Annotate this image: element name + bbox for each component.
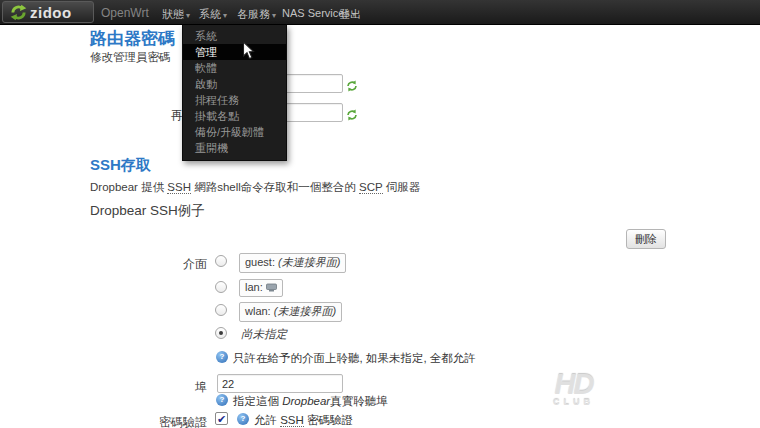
password-auth-hint: 允許 SSH 密碼驗證 <box>254 413 353 428</box>
hd-club-logo: HD CLUB <box>553 371 594 407</box>
reveal-password-icon[interactable] <box>346 107 358 119</box>
section-title-ssh-access: SSH存取 <box>90 156 151 175</box>
help-icon: ? <box>216 394 228 406</box>
menu-item-backup-flash-firmware[interactable]: 備份/升級韌體 <box>183 124 286 140</box>
abbr-ssh: SSH <box>280 414 304 427</box>
dropbear-brand: Dropbear <box>282 395 330 407</box>
ssh-description: Dropbear 提供 SSH 網路shell命令存取和一個整合的 SCP 伺服… <box>90 180 420 195</box>
abbr-scp: SCP <box>359 181 382 194</box>
interface-hint: 只許在給予的介面上聆聽, 如果未指定, 全都允許 <box>233 351 476 366</box>
help-icon: ? <box>216 351 228 363</box>
ethernet-adapter-icon <box>266 282 277 294</box>
port-field-label: 埠 <box>60 379 207 396</box>
app-title: OpenWrt <box>101 6 149 20</box>
interface-option-guest: guest: (未連接界面) <box>239 253 346 273</box>
menu-item-mount-points[interactable]: 掛載各點 <box>183 108 286 124</box>
interface-option-lan: lan: <box>239 279 283 297</box>
nav-item-status[interactable]: 狀態▾ <box>162 7 190 22</box>
abbr-ssh: SSH <box>167 181 191 194</box>
delete-button[interactable]: 刪除 <box>626 229 666 249</box>
radio-interface-guest[interactable] <box>215 255 227 267</box>
watermark: HD CLUB © 2016 www.HD.Club.tw <box>553 371 760 428</box>
menu-item-system[interactable]: 系統 <box>183 28 286 44</box>
brand-logo[interactable]: zidoo <box>2 1 94 23</box>
menu-item-software[interactable]: 軟體 <box>183 60 286 76</box>
brand-recycle-icon <box>10 4 27 21</box>
nav-item-services[interactable]: 各服務▾ <box>237 7 276 22</box>
radio-interface-wlan[interactable] <box>215 304 227 316</box>
port-input[interactable] <box>217 374 343 393</box>
router-password-description: 修改管理員密碼 <box>90 50 171 65</box>
password-auth-field-label: 密碼驗證 <box>60 414 207 428</box>
nav-item-system[interactable]: 系統▾ <box>199 7 227 22</box>
help-icon: ? <box>237 413 249 425</box>
radio-interface-lan[interactable] <box>215 281 227 293</box>
reveal-password-icon[interactable] <box>346 78 358 90</box>
page-title-router-password: 路由器密碼 <box>90 27 175 50</box>
chevron-down-icon: ▾ <box>272 11 276 20</box>
menu-item-startup[interactable]: 啟動 <box>183 76 286 92</box>
nav-item-logout[interactable]: 登出 <box>339 7 361 22</box>
password-auth-checkbox[interactable]: ✔ <box>215 412 228 425</box>
menu-item-reboot[interactable]: 重開機 <box>183 140 286 156</box>
chevron-down-icon: ▾ <box>186 11 190 20</box>
interface-field-label: 介面 <box>60 256 207 273</box>
system-dropdown-menu: 系統 管理 軟體 啟動 排程任務 掛載各點 備份/升級韌體 重開機 <box>182 25 287 161</box>
menu-item-administration[interactable]: 管理 <box>183 44 286 60</box>
interface-option-wlan: wlan: (未連接界面) <box>239 302 342 322</box>
menu-item-scheduled-tasks[interactable]: 排程任務 <box>183 92 286 108</box>
mouse-cursor-icon <box>242 41 255 65</box>
brand-name: zidoo <box>30 4 72 21</box>
interface-option-unspecified: 尚未指定 <box>241 327 287 342</box>
subsection-title-dropbear-instance: Dropbear SSH例子 <box>90 202 205 220</box>
port-hint: 指定這個 Dropbear真實聆聽埠 <box>233 394 388 409</box>
page: zidoo OpenWrt 狀態▾ 系統▾ 各服務▾ NAS Services▾… <box>0 0 760 428</box>
radio-interface-unspecified[interactable] <box>215 327 227 339</box>
top-navbar: zidoo OpenWrt 狀態▾ 系統▾ 各服務▾ NAS Services▾… <box>0 0 760 25</box>
chevron-down-icon: ▾ <box>223 11 227 20</box>
